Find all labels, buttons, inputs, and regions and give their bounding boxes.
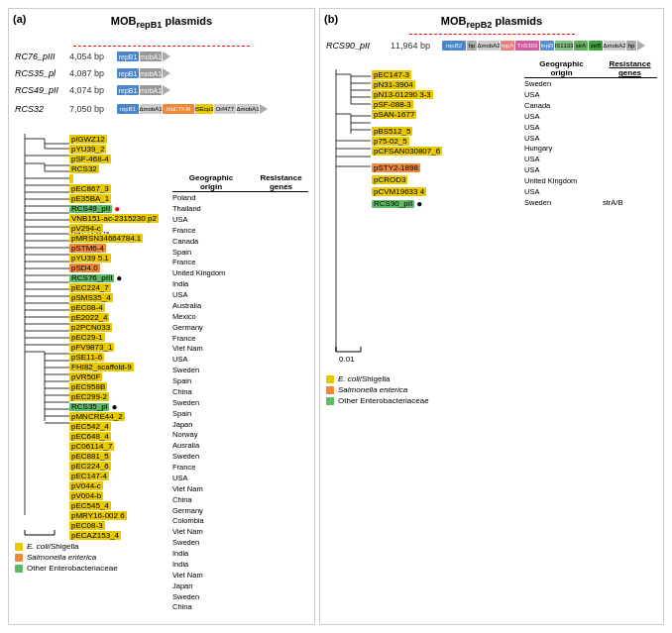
- left-geo-row-13: Germany: [172, 323, 308, 334]
- gene-drf477: Drf477: [214, 104, 236, 114]
- gene-tnpa: tnpA: [501, 41, 514, 51]
- node-pec224-6: pEC224_6: [69, 462, 111, 471]
- right-geo-row-10: United Kingdom: [524, 176, 657, 187]
- gene-stra: strA: [574, 41, 588, 51]
- right-geo-col2-header: Resistancegenes: [603, 59, 657, 77]
- left-geo-row-25: Sweden: [172, 452, 308, 463]
- left-geo-row-21: Spain: [172, 409, 308, 420]
- node-p7502: p75-02_5: [372, 137, 409, 146]
- gene-is1133: IS1133: [555, 41, 573, 51]
- plasmid-row-rcs90: RCS90_pII 11,964 bp repB2 hp ΔmobA2 tnpA…: [326, 38, 657, 53]
- node-pmncre44: pMNCRE44_2: [69, 412, 125, 421]
- node-pec881: pEC881_5: [69, 452, 111, 461]
- left-geo-row-19: China: [172, 387, 308, 398]
- legend-label-other: Other Enterobacteriaceae: [27, 564, 118, 573]
- right-geo-row-12: SwedenstrA/B: [524, 198, 657, 209]
- node-pc06114: pC06114_7: [69, 442, 114, 451]
- gene-strb: strB: [589, 41, 603, 51]
- node-plgwz12: plGWZ12: [69, 135, 107, 144]
- node-pec08-4: pEC08-4: [69, 303, 105, 312]
- plasmid-row-rcs32: RCS32 7,050 bp repB1 ΔmobA1 blaCTX-M ISE…: [15, 100, 308, 118]
- left-geo-row-24: Ausralia: [172, 441, 308, 452]
- node-pmry16: pMRY16-002 6: [69, 511, 127, 520]
- gene-repb1: repB1: [117, 52, 139, 61]
- dot-red-rcs49: ●: [114, 204, 120, 214]
- plasmid-diagrams: RC76_pIII 4,054 bp repB1 mobA1 RCS35_pl …: [15, 46, 308, 118]
- legend-dot-orange: [15, 554, 23, 562]
- right-geo-row-9: USA: [524, 165, 657, 176]
- node-pyu39-51: pYU39 5.1: [69, 254, 111, 263]
- node-pvr50f: pVR50F: [69, 372, 102, 381]
- node-pe35ba: pE35BA_1: [69, 194, 111, 203]
- plasmid-name-rcs35: RCS35_pl: [15, 68, 69, 78]
- dot-black-rcs90: ●: [416, 199, 422, 209]
- gene-repb1-2: repB1: [117, 68, 139, 78]
- right-geo-row-3: Canada: [524, 101, 657, 112]
- left-geo-row-34: India: [172, 549, 308, 560]
- node-rcs90: RCS90_pII: [372, 200, 414, 208]
- node-pec958b: pEC958B: [69, 382, 107, 391]
- svg-text:0.01: 0.01: [339, 355, 355, 364]
- right-geo-row-8: USA: [524, 155, 657, 165]
- left-geo-row-32: Viet Nam: [172, 527, 308, 538]
- node-pec147-4: pEC147-4: [69, 472, 109, 480]
- left-geo-row-33: Sweden: [172, 538, 308, 549]
- left-geo-row-2: Thailand: [172, 204, 308, 215]
- node-pn13: pN13-01290 3-3: [372, 90, 433, 99]
- left-panel-label: (a): [13, 13, 26, 25]
- node-pec867: pEC867_3: [69, 184, 111, 193]
- right-geo-col1-header: Geographicorigin: [524, 59, 599, 77]
- left-geo-row-3: USA: [172, 215, 308, 226]
- right-tree-area: 0.01 pEC147-3 pN31-3904 pN13-01290 3-3 p…: [326, 59, 657, 367]
- gene-moba1: mobA1: [140, 52, 162, 61]
- right-legend-label-ecoli: E. coli/Shigella: [338, 374, 390, 383]
- right-panel: (b) MOBrepB2 plasmids RCS90_pII 11,964 b…: [319, 8, 664, 625]
- gene-dmoba1: ΔmobA1: [140, 104, 162, 114]
- left-geo-col1-header: Geographicorigin: [172, 173, 250, 191]
- left-geo-rows: Poland Thailand USA France Canada Spain …: [172, 193, 308, 613]
- plasmid-name-rc76: RC76_pIII: [15, 52, 69, 61]
- right-panel-title: MOBrepB2 plasmids: [326, 15, 657, 30]
- left-geo-row-29: China: [172, 495, 308, 506]
- node-psd40: pSD4.0: [69, 264, 100, 272]
- node-pv004b: pV004-b: [69, 491, 103, 500]
- right-legend-other: Other Enterobacteriaceae: [326, 396, 657, 405]
- plasmid-icons-rcs49: repB1 mobA1: [117, 85, 170, 95]
- node-psan1677: pSAN-1677: [372, 110, 416, 119]
- legend-label-ecoli: E. coli/Shigella: [27, 542, 78, 551]
- arrow-right-2: [163, 68, 170, 78]
- plasmid-icons-rcs90: repB2 hp ΔmobA2 tnpA Tn5393 tnpR IS1133 …: [442, 41, 645, 51]
- plasmid-size-rcs90: 11,964 bp: [391, 41, 442, 51]
- right-legend-ecoli: E. coli/Shigella: [326, 374, 657, 383]
- left-geo-row-11: Australia: [172, 301, 308, 312]
- right-legend-dot-green: [326, 397, 334, 405]
- gene-tn5393: Tn5393: [515, 41, 539, 51]
- left-panel-title: MOBrepB1 plasmids: [15, 15, 308, 30]
- gene-repb1-4: repB1: [117, 104, 139, 114]
- node-pec648: pEC648_4: [69, 432, 111, 441]
- right-geo-row-5: USA: [524, 123, 657, 134]
- dot-black-rcs35: ●: [111, 402, 117, 412]
- left-geo-row-22: Japan: [172, 420, 308, 431]
- plasmid-name-rcs32: RCS32: [15, 104, 69, 114]
- left-geo-header: Geographicorigin Resistancegenes: [172, 173, 308, 192]
- left-geo-row-30: Germany: [172, 506, 308, 517]
- left-panel: (a) MOBrepB1 plasmids RC76_pIII 4,054 bp…: [8, 8, 315, 625]
- plasmid-size-rc76: 4,054 bp: [69, 52, 117, 61]
- left-geo-row-35: India: [172, 560, 308, 571]
- node-fhi82: FHI82_scaffold-9: [69, 363, 134, 371]
- node-psms35: pSMS35_4: [69, 293, 113, 302]
- plasmid-row-rcs35: RCS35_pl 4,087 bp repB1 mobA1: [15, 66, 308, 80]
- plasmid-size-rcs32: 7,050 bp: [69, 104, 117, 114]
- plasmid-size-rcs35: 4,087 bp: [69, 68, 117, 78]
- node-rcs35: RCS35_pl: [69, 403, 109, 411]
- left-node-labels: plGWZ12 pYU39_2 pSF-468-4 RCS32 pEC867_3…: [69, 124, 159, 539]
- right-legend-dot-orange: [326, 386, 334, 394]
- node-pecaz153: pECAZ153_4: [69, 531, 121, 540]
- right-legend: E. coli/Shigella Salmonella enterica Oth…: [326, 374, 657, 405]
- right-legend-label-other: Other Enterobacteriaceae: [338, 396, 429, 405]
- left-geo-row-38: Sweden: [172, 592, 308, 603]
- node-pec08-3: pEC08-3: [69, 521, 105, 530]
- node-pec147-3: pEC147-3: [372, 70, 411, 79]
- gene-dmoba2-1: ΔmobA2: [478, 41, 500, 51]
